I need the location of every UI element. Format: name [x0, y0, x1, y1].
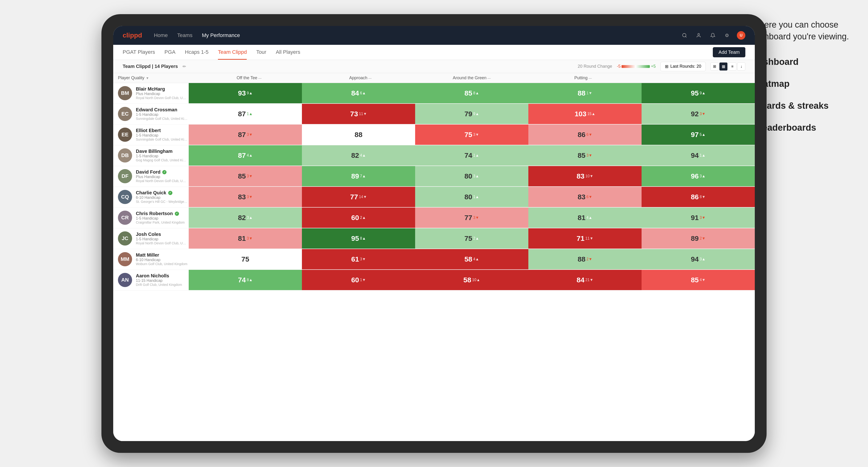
nav-my-performance[interactable]: My Performance	[202, 32, 240, 38]
score-value: 83	[577, 172, 584, 180]
player-info-cell: DBDave Billingham1-5 HandicapGog Magog G…	[113, 145, 189, 165]
list-view-button[interactable]: ≡	[728, 63, 736, 70]
user-icon[interactable]	[694, 31, 703, 40]
sub-nav-tabs: PGAT Players PGA Hcaps 1-5 Team Clippd T…	[123, 45, 300, 60]
user-avatar[interactable]: U	[737, 31, 745, 40]
table-row[interactable]: DBDave Billingham1-5 HandicapGog Magog G…	[113, 145, 755, 166]
score-change: 8▲	[247, 278, 253, 282]
score-cell: 741▲	[415, 145, 528, 165]
player-details: Chris Robertson✓1-5 HandicapCraigmillar …	[136, 211, 185, 224]
edit-team-icon[interactable]: ✏	[183, 64, 186, 69]
search-icon[interactable]	[680, 31, 689, 40]
score-change: 4▲	[586, 216, 592, 220]
scale-bar	[621, 65, 650, 68]
score-change: 6▼	[586, 132, 592, 137]
score-value: 74	[464, 151, 472, 159]
avatar: EE	[118, 128, 132, 142]
score-change: 5▲	[700, 132, 706, 137]
player-name: Aaron Nicholls	[136, 273, 184, 279]
player-name: Chris Robertson✓	[136, 211, 185, 216]
tab-all-players[interactable]: All Players	[276, 49, 300, 60]
score-change: 11▼	[585, 236, 593, 241]
table-row[interactable]: BMBlair McHargPlus HandicapRoyal North D…	[113, 83, 755, 104]
col-header-around-green[interactable]: Around the Green —	[416, 75, 527, 81]
score-cell: 853▼	[189, 166, 302, 186]
score-cell: 823▲	[189, 208, 302, 228]
score-cell: 853▼	[528, 145, 642, 165]
player-handicap: 1-5 Handicap	[136, 216, 185, 220]
score-change: 1▲	[473, 195, 479, 199]
col-header-player[interactable]: Player Quality ▼	[118, 75, 193, 81]
col-header-off-tee[interactable]: Off the Tee —	[193, 75, 305, 81]
score-change: 10▼	[585, 174, 593, 178]
score-cell: 943▲	[642, 249, 755, 269]
table-row[interactable]: ANAaron Nicholls11-15 HandicapDrift Golf…	[113, 270, 755, 290]
change-scale: -5 +5	[617, 64, 656, 69]
table-row[interactable]: JCJosh Coles1-5 HandicapRoyal North Devo…	[113, 228, 755, 249]
svg-point-1	[683, 33, 686, 37]
score-cell: 959▲	[642, 83, 755, 103]
player-club: Gog Magog Golf Club, United Kingdom	[136, 158, 188, 162]
score-value: 86	[578, 131, 585, 139]
score-value: 89	[691, 235, 699, 243]
player-info-cell: EEElliot Ebert1-5 HandicapSunningdale Go…	[113, 125, 189, 145]
score-change: 2▲	[360, 216, 366, 220]
table-row[interactable]: CRChris Robertson✓1-5 HandicapCraigmilla…	[113, 208, 755, 228]
score-value: 88	[578, 89, 585, 97]
tab-pgat-players[interactable]: PGAT Players	[123, 49, 155, 60]
score-change: 3▼	[700, 112, 706, 116]
score-cell: 824▲	[302, 145, 415, 165]
player-details: David Ford✓Plus HandicapRoyal North Devo…	[136, 169, 188, 183]
score-change: 2▲	[473, 236, 479, 241]
table-row[interactable]: EEElliot Ebert1-5 HandicapSunningdale Go…	[113, 125, 755, 145]
table-row[interactable]: ECEdward Crossman1-5 HandicapSunningdale…	[113, 104, 755, 125]
last-rounds-button[interactable]: ⊞ Last Rounds: 20	[660, 62, 706, 71]
score-value: 84	[577, 276, 584, 284]
score-cell: 963▲	[642, 166, 755, 186]
player-details: Matt Miller6-10 HandicapWoburn Golf Club…	[136, 252, 187, 266]
table-row[interactable]: MMMatt Miller6-10 HandicapWoburn Golf Cl…	[113, 249, 755, 270]
score-change: 2▼	[700, 236, 706, 241]
scale-neg-label: -5	[617, 64, 621, 69]
round-change-label: 20 Round Change	[578, 64, 612, 69]
tab-team-clippd[interactable]: Team Clippd	[218, 49, 247, 60]
player-club: Royal North Devon Golf Club, United King…	[136, 96, 188, 100]
score-value: 88	[578, 255, 585, 263]
score-cell: 939▲	[189, 83, 302, 103]
tab-pga[interactable]: PGA	[164, 49, 175, 60]
score-cell: 858▲	[415, 83, 528, 103]
score-change: 21▼	[585, 278, 593, 282]
player-info-cell: JCJosh Coles1-5 HandicapRoyal North Devo…	[113, 228, 189, 249]
verified-badge: ✓	[168, 191, 173, 195]
svg-line-2	[685, 36, 686, 37]
table-row[interactable]: DFDavid Ford✓Plus HandicapRoyal North De…	[113, 166, 755, 187]
download-button[interactable]: ↓	[737, 63, 745, 70]
view-toggle-icons: ⊞ ▦ ≡ ↓	[710, 63, 745, 70]
score-cell: 941▲	[642, 145, 755, 165]
settings-icon[interactable]: ⚙	[723, 31, 731, 40]
score-cell: 8310▼	[528, 166, 642, 186]
nav-home[interactable]: Home	[154, 32, 168, 38]
heatmap-view-button[interactable]: ▦	[719, 63, 727, 70]
col-header-putting[interactable]: Putting —	[527, 75, 639, 81]
score-change: 9▲	[247, 91, 253, 95]
col-header-approach[interactable]: Approach —	[305, 75, 416, 81]
add-team-button[interactable]: Add Team	[713, 47, 745, 57]
score-value: 87	[238, 131, 246, 139]
score-cell: 873▼	[189, 125, 302, 145]
score-cell: 923▼	[642, 104, 755, 124]
nav-teams[interactable]: Teams	[177, 32, 192, 38]
score-cell: 881▼	[528, 83, 642, 103]
score-value: 87	[238, 110, 246, 118]
grid-view-button[interactable]: ⊞	[710, 63, 718, 70]
bell-icon[interactable]	[709, 31, 717, 40]
score-cell: 846▲	[302, 83, 415, 103]
score-change: 9▲	[473, 112, 479, 116]
verified-badge: ✓	[162, 170, 166, 174]
score-cell: 874▲	[189, 145, 302, 165]
tab-tour[interactable]: Tour	[256, 49, 266, 60]
tab-hcaps-1-5[interactable]: Hcaps 1-5	[185, 49, 209, 60]
score-change: 8▼	[700, 195, 706, 199]
table-row[interactable]: CQCharlie Quick✓6-10 HandicapSt. George'…	[113, 187, 755, 208]
player-name: Elliot Ebert	[136, 128, 188, 133]
